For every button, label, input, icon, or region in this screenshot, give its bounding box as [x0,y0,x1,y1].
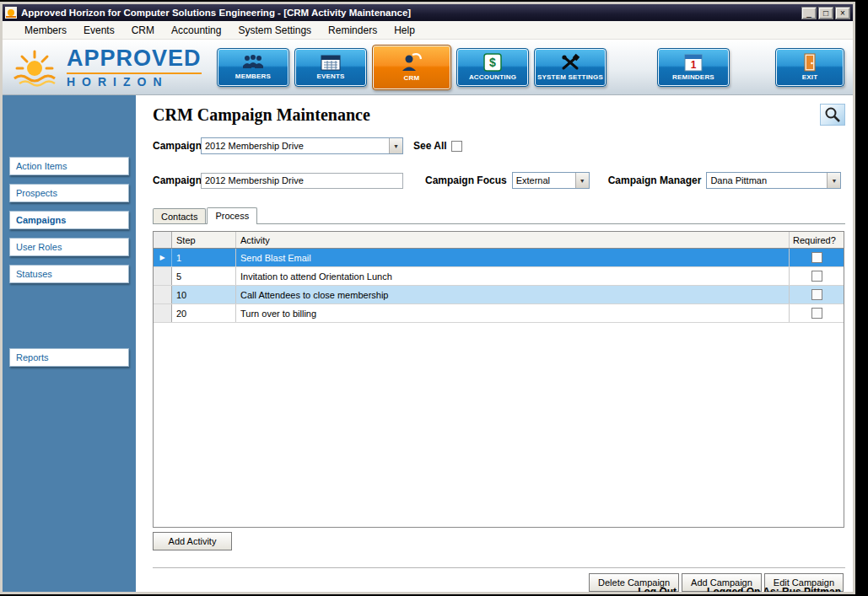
sidebar-item-prospects[interactable]: Prospects [9,184,129,202]
app-logo: APPROVED HORIZON [9,46,217,89]
step-cell: 20 [172,304,236,322]
row-selector [154,267,172,285]
required-checkbox[interactable] [811,308,822,319]
process-grid: Step Activity Required? ▶ 1 Send Blast E… [153,231,844,528]
reminders-button[interactable]: 1 REMINDERS [657,48,730,87]
required-column-header[interactable]: Required? [790,232,844,248]
required-checkbox[interactable] [811,271,822,282]
sidebar-item-user-roles[interactable]: User Roles [9,238,129,256]
step-column-header[interactable]: Step [172,232,236,248]
activity-cell: Send Blast Email [236,249,790,266]
row-selector-arrow: ▶ [154,249,172,266]
campaign-manager-value: Dana Pittman [707,173,827,188]
grid-empty-area [154,323,844,527]
add-activity-button[interactable]: Add Activity [153,532,232,550]
activity-cell: Call Attendees to close membership [236,286,790,303]
campaign-select-value: 2012 Membership Drive [202,138,389,153]
search-button[interactable] [820,104,845,126]
dollar-icon: $ [483,53,502,72]
reminders-calendar-icon: 1 [684,53,703,72]
sidebar-item-reports[interactable]: Reports [9,348,129,367]
minimize-button[interactable]: _ [801,7,817,19]
sidebar-item-action-items[interactable]: Action Items [9,157,129,175]
reminders-badge: 1 [691,59,697,71]
menu-accounting[interactable]: Accounting [163,22,229,39]
maximize-button[interactable]: □ [818,7,833,19]
logo-line2: HORIZON [67,72,202,88]
page-title: CRM Campaign Maintenance [153,105,370,125]
tab-process[interactable]: Process [207,207,257,224]
row-selector [154,304,172,322]
accounting-button[interactable]: $ ACCOUNTING [456,48,529,87]
app-window: Approved Horizon for Computer Solutions … [0,2,855,594]
required-checkbox[interactable] [811,289,822,300]
menu-events[interactable]: Events [75,22,123,39]
sidebar: Action Items Prospects Campaigns User Ro… [3,95,136,592]
process-tab-page: Step Activity Required? ▶ 1 Send Blast E… [153,223,845,550]
campaign-focus-combo[interactable]: External ▼ [512,172,590,189]
campaign-focus-value: External [513,173,575,188]
members-button[interactable]: MEMBERS [217,48,289,87]
exit-door-icon [803,53,817,72]
row-selector-header [154,232,172,248]
activity-cell: Turn over to billing [236,304,790,322]
sun-logo-icon [9,46,65,89]
svg-text:$: $ [489,56,496,69]
close-button[interactable]: × [835,7,850,19]
campaign-manager-label: Campaign Manager [608,175,702,186]
table-row[interactable]: 5 Invitation to attend Orientation Lunch [154,267,844,286]
table-row[interactable]: 20 Turn over to billing [154,304,844,323]
step-cell: 1 [172,249,236,266]
members-icon [240,54,266,71]
menu-reminders[interactable]: Reminders [320,22,385,39]
sidebar-item-campaigns[interactable]: Campaigns [9,211,129,229]
tab-contacts[interactable]: Contacts [153,208,206,223]
logged-on-text: Logged On As: Rus Pittman [707,586,841,592]
tools-icon [559,53,581,72]
required-checkbox[interactable] [811,252,822,263]
crm-button[interactable]: CRM [372,45,451,90]
campaign-name-input[interactable] [201,173,403,189]
table-row[interactable]: 10 Call Attendees to close membership [154,286,844,304]
sidebar-item-statuses[interactable]: Statuses [9,265,129,283]
campaign-field-label: Campaign [153,175,197,186]
chevron-down-icon[interactable]: ▼ [575,173,589,188]
log-out-link[interactable]: Log Out [638,586,677,592]
menu-help[interactable]: Help [385,22,423,39]
window-title: Approved Horizon for Computer Solutions … [21,8,797,18]
grid-header-row: Step Activity Required? [154,232,844,249]
menu-members[interactable]: Members [16,22,75,39]
menu-crm[interactable]: CRM [123,22,163,39]
footer-divider [153,567,845,568]
campaign-manager-combo[interactable]: Dana Pittman ▼ [706,172,841,189]
tab-strip: Contacts Process [153,207,845,223]
campaign-focus-label: Campaign Focus [425,175,507,186]
events-button[interactable]: EVENTS [294,48,367,87]
main-panel: CRM Campaign Maintenance Campaign 2012 M… [136,95,853,592]
see-all-checkbox[interactable] [451,141,462,152]
chevron-down-icon[interactable]: ▼ [389,138,402,153]
row-selector [154,286,172,303]
menu-bar: Members Events CRM Accounting System Set… [3,21,853,40]
see-all-label: See All [413,140,447,152]
title-bar: Approved Horizon for Computer Solutions … [3,4,853,21]
activity-column-header[interactable]: Activity [236,232,790,248]
table-row[interactable]: ▶ 1 Send Blast Email [154,249,844,267]
campaign-select-label: Campaign [153,140,197,152]
step-cell: 10 [172,286,236,303]
system-settings-button[interactable]: SYSTEM SETTINGS [534,48,607,87]
logo-line1: APPROVED [67,47,202,70]
toolbar: APPROVED HORIZON MEMBERS [3,40,853,95]
exit-button[interactable]: EXIT [775,48,844,87]
events-calendar-icon [321,54,341,71]
campaign-select-combo[interactable]: 2012 Membership Drive ▼ [201,137,403,154]
step-cell: 5 [172,267,236,285]
menu-system-settings[interactable]: System Settings [229,22,320,39]
chevron-down-icon[interactable]: ▼ [827,173,840,188]
magnifier-icon [824,106,841,123]
crm-contact-icon [400,52,423,72]
activity-cell: Invitation to attend Orientation Lunch [236,267,790,285]
app-icon [5,7,17,19]
